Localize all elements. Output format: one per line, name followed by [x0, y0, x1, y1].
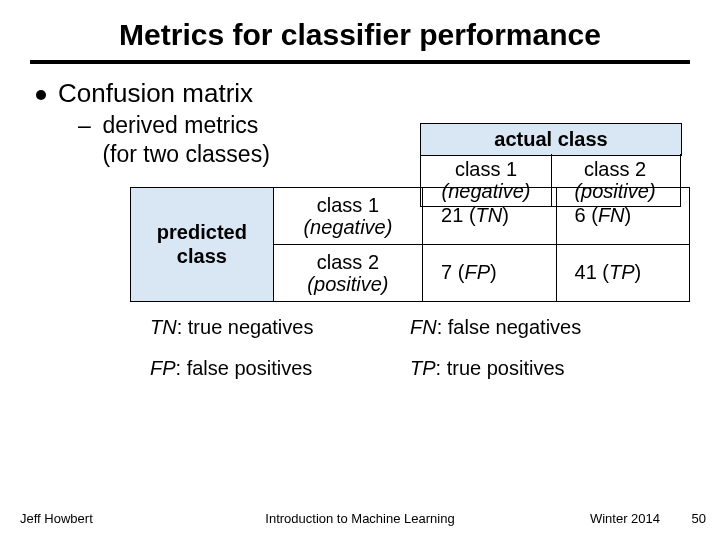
predicted-class-header: predictedclass — [131, 187, 274, 301]
slide-title: Metrics for classifier performance — [30, 18, 690, 52]
col1-header: class 1(negative) — [420, 154, 552, 207]
sub-bullet-line2: (for two classes) — [102, 141, 269, 167]
row2-header: class 2(positive) — [273, 244, 422, 301]
cell-fp: 7 (FP) — [423, 244, 556, 301]
bullet-confusion-matrix: Confusion matrix — [30, 78, 690, 109]
confusion-matrix-table: actual class class 1(negative) class 2(p… — [130, 187, 690, 302]
title-rule — [30, 60, 690, 64]
slide: Metrics for classifier performance Confu… — [0, 0, 720, 540]
footer-term: Winter 2014 — [590, 511, 660, 526]
cell-tp: 41 (TP) — [556, 244, 689, 301]
col2-header: class 2(positive) — [550, 154, 681, 207]
dash-icon: – — [78, 111, 96, 140]
legend-tn: TN: true negatives — [150, 316, 410, 339]
legend-tp: TP: true positives — [410, 357, 670, 380]
sub-bullet-line1: derived metrics — [102, 112, 258, 138]
actual-class-header: actual class — [420, 123, 682, 156]
legend-fp: FP: false positives — [150, 357, 410, 380]
legend: TN: true negatives FN: false negatives F… — [150, 316, 690, 380]
footer-page: 50 — [692, 511, 706, 526]
row1-header: class 1(negative) — [273, 187, 422, 244]
bullet-text: Confusion matrix — [58, 78, 253, 109]
bullet-icon — [36, 90, 46, 100]
legend-fn: FN: false negatives — [410, 316, 670, 339]
